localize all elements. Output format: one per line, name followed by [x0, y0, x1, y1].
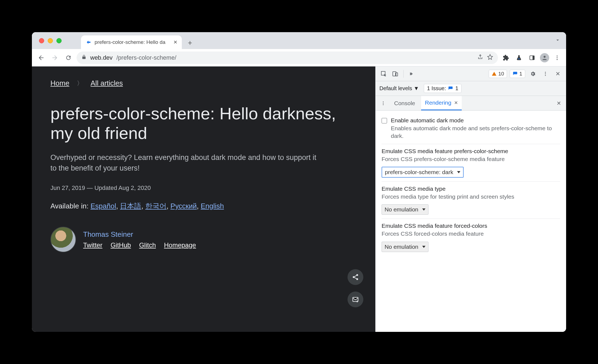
caret-down-icon: [422, 246, 425, 248]
emulate-media-desc: Forces media type for testing print and …: [382, 193, 560, 201]
author-link-homepage[interactable]: Homepage: [164, 241, 196, 249]
more-panels-icon[interactable]: [407, 69, 417, 79]
extensions-icon[interactable]: [501, 53, 511, 63]
lang-es[interactable]: Español: [90, 202, 116, 210]
minimize-window-button[interactable]: [48, 38, 53, 43]
svg-point-5: [557, 57, 558, 58]
author-links: Twitter GitHub Glitch Homepage: [83, 241, 196, 249]
svg-point-17: [383, 101, 384, 102]
lang-ru[interactable]: Русский: [170, 202, 197, 210]
drawer-tab-rendering[interactable]: Rendering ✕: [421, 96, 462, 110]
devtools-close-icon[interactable]: ✕: [553, 69, 563, 79]
svg-point-15: [545, 73, 546, 74]
device-toggle-icon[interactable]: [390, 69, 400, 79]
share-button[interactable]: [348, 269, 363, 285]
tab-strip: prefers-color-scheme: Hello da ✕ ＋: [32, 32, 566, 49]
emulate-forced-colors-title: Emulate CSS media feature forced-colors: [382, 223, 560, 229]
drawer-close-icon[interactable]: ✕: [557, 100, 563, 107]
page-dates: Jun 27, 2019 — Updated Aug 2, 2020: [50, 184, 357, 192]
svg-point-14: [545, 72, 546, 72]
svg-point-0: [518, 58, 520, 59]
devtools-settings-icon[interactable]: [528, 69, 538, 79]
toolbar-icons: [501, 53, 562, 63]
lang-en[interactable]: English: [201, 202, 224, 210]
lock-icon: [81, 54, 86, 61]
lang-ja[interactable]: 日本語: [120, 202, 141, 210]
auto-dark-mode-title: Enable automatic dark mode: [391, 117, 560, 124]
svg-point-7: [356, 274, 358, 276]
languages-label: Available in:: [50, 202, 89, 210]
drawer-tab-console[interactable]: Console: [390, 96, 419, 110]
page-content: Home 〉 All articles prefers-color-scheme…: [32, 66, 375, 332]
page-title: prefers-color-scheme: Hello darkness, my…: [50, 104, 357, 143]
breadcrumb-all-articles[interactable]: All articles: [90, 79, 123, 87]
close-window-button[interactable]: [39, 38, 44, 43]
url-domain: web.dev: [90, 54, 113, 61]
svg-point-6: [557, 59, 558, 60]
warnings-badge[interactable]: 10: [489, 70, 507, 78]
devtools-menu-icon[interactable]: [540, 69, 550, 79]
issues-pill[interactable]: 1 Issue: 1: [424, 84, 461, 93]
svg-point-19: [383, 104, 384, 105]
share-icon[interactable]: [477, 54, 483, 62]
emulate-forced-colors-desc: Forces CSS forced-colors media feature: [382, 230, 560, 238]
back-button[interactable]: [36, 52, 47, 63]
author-link-glitch[interactable]: Glitch: [139, 241, 156, 249]
flask-icon[interactable]: [514, 53, 524, 63]
floating-actions: [348, 269, 363, 307]
maximize-window-button[interactable]: [56, 38, 62, 43]
breadcrumb-home[interactable]: Home: [50, 79, 69, 87]
svg-point-18: [383, 103, 384, 104]
log-levels-selector[interactable]: Default levels ▼: [379, 85, 419, 92]
auto-dark-mode-desc: Enables automatic dark mode and sets pre…: [391, 125, 560, 140]
drawer-tab-close-icon[interactable]: ✕: [454, 100, 458, 106]
svg-point-4: [557, 55, 558, 56]
svg-point-8: [353, 276, 355, 278]
lang-ko[interactable]: 한국어: [145, 202, 167, 210]
tab-close-button[interactable]: ✕: [173, 39, 177, 45]
devtools-filter-row: Default levels ▼ 1 Issue: 1: [376, 81, 566, 96]
devtools-drawer-tabs: Console Rendering ✕ ✕: [376, 96, 566, 111]
author-link-twitter[interactable]: Twitter: [83, 241, 102, 249]
url-path: /prefers-color-scheme/: [116, 54, 176, 61]
devtools-panel: 10 1 ✕ Default leve: [375, 66, 566, 332]
chevron-right-icon: 〉: [77, 79, 83, 87]
page-subheading: Overhyped or necessity? Learn everything…: [50, 152, 318, 174]
window-controls: [39, 38, 62, 43]
author-link-github[interactable]: GitHub: [111, 241, 131, 249]
devtools-top-bar: 10 1 ✕: [376, 66, 566, 81]
inspect-icon[interactable]: [379, 69, 389, 79]
emulate-media-title: Emulate CSS media type: [382, 186, 560, 192]
emulate-media-select[interactable]: No emulation: [382, 204, 428, 215]
tabs-dropdown-button[interactable]: [555, 37, 561, 44]
info-count: 1: [519, 71, 522, 77]
browser-menu-icon[interactable]: [552, 53, 562, 63]
breadcrumb: Home 〉 All articles: [50, 79, 357, 87]
info-badge[interactable]: 1: [510, 70, 525, 78]
nav-toolbar: web.dev/prefers-color-scheme/: [32, 49, 566, 66]
emulate-forced-colors-select[interactable]: No emulation: [382, 242, 428, 252]
author-avatar[interactable]: [50, 227, 76, 252]
emulate-pcs-select[interactable]: prefers-color-scheme: dark: [382, 167, 464, 178]
bookmark-icon[interactable]: [487, 54, 493, 62]
new-tab-button[interactable]: ＋: [185, 37, 195, 48]
subscribe-button[interactable]: [348, 292, 363, 307]
profile-avatar[interactable]: [540, 53, 549, 62]
warnings-count: 10: [498, 71, 504, 77]
address-bar[interactable]: web.dev/prefers-color-scheme/: [77, 51, 498, 64]
drawer-menu-icon[interactable]: [378, 98, 388, 108]
auto-dark-mode-checkbox[interactable]: [382, 118, 387, 123]
reload-button[interactable]: [63, 52, 74, 63]
author-row: Thomas Steiner Twitter GitHub Glitch Hom…: [50, 227, 357, 252]
tab-title: prefers-color-scheme: Hello da: [95, 39, 171, 45]
forward-button[interactable]: [49, 52, 60, 63]
svg-point-9: [356, 278, 358, 280]
svg-rect-2: [533, 56, 534, 60]
panel-icon[interactable]: [527, 53, 537, 63]
tab-favicon: [85, 39, 92, 46]
caret-down-icon: [422, 208, 425, 211]
svg-point-16: [545, 75, 546, 76]
content-row: Home 〉 All articles prefers-color-scheme…: [32, 66, 566, 332]
languages-row: Available in: Español, 日本語, 한국어, Русский…: [50, 201, 357, 211]
browser-tab[interactable]: prefers-color-scheme: Hello da ✕: [81, 35, 182, 49]
